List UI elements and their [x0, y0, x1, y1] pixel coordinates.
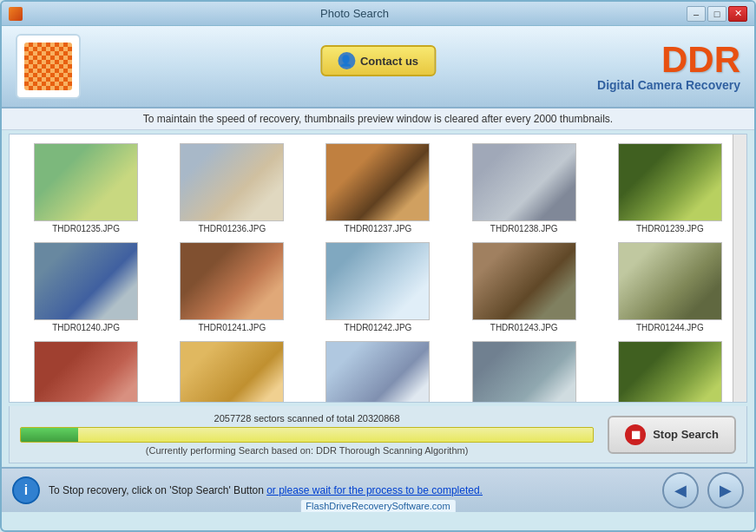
- thumbnail-image: [618, 242, 722, 320]
- svg-rect-7: [326, 242, 429, 320]
- thumbnail-label: THDR01235.JPG: [52, 224, 120, 233]
- svg-rect-1: [181, 143, 283, 221]
- svg-rect-11: [181, 341, 283, 402]
- progress-subtext: (Currently performing Search based on: D…: [20, 445, 594, 456]
- svg-rect-12: [326, 341, 429, 402]
- ddr-branding: DDR Digital Camera Recovery: [597, 42, 740, 92]
- maximize-button[interactable]: □: [707, 6, 726, 22]
- forward-button[interactable]: ▶: [707, 472, 744, 509]
- progress-bar-inner: [21, 428, 78, 442]
- thumbnail-area: THDR01235.JPGTHDR01236.JPGTHDR01237.JPGT…: [9, 134, 747, 403]
- thumbnail-grid: THDR01235.JPGTHDR01236.JPGTHDR01237.JPGT…: [10, 135, 746, 402]
- thumbnail-image: [472, 143, 576, 221]
- thumbnail-label: THDR01238.JPG: [490, 224, 558, 233]
- ddr-title: DDR: [597, 42, 740, 78]
- list-item[interactable]: THDR01238.JPG: [451, 138, 597, 237]
- contact-icon: 👤: [338, 52, 355, 69]
- thumbnail-label: THDR01244.JPG: [636, 323, 704, 332]
- list-item[interactable]: THDR01244.JPG: [597, 237, 743, 336]
- list-item[interactable]: THDR01249.JPG: [597, 336, 743, 402]
- bottom-message-link[interactable]: or please wait for the process to be com…: [266, 484, 483, 496]
- svg-rect-9: [619, 242, 721, 320]
- thumbnail-image: [472, 341, 576, 402]
- bottom-message: To Stop recovery, click on 'Stop Search'…: [49, 484, 654, 496]
- thumbnail-label: THDR01241.JPG: [198, 323, 266, 332]
- list-item[interactable]: THDR01236.JPG: [159, 138, 305, 237]
- thumbnail-label: THDR01242.JPG: [345, 323, 412, 332]
- thumbnail-image: [325, 143, 430, 221]
- contact-button-label: Contact us: [360, 55, 418, 68]
- thumbnail-label: THDR01236.JPG: [198, 224, 266, 233]
- list-item[interactable]: THDR01246.JPG: [159, 336, 305, 402]
- list-item[interactable]: THDR01239.JPG: [597, 138, 743, 237]
- website-label: FlashDriveRecoverySoftware.com: [300, 500, 455, 512]
- thumbnail-image: [618, 341, 722, 402]
- logo-checkerboard: [24, 43, 72, 90]
- thumbnail-image: [325, 242, 430, 320]
- stop-search-label: Stop Search: [653, 428, 719, 441]
- progress-bar-outer: [20, 427, 594, 443]
- thumbnail-label: THDR01243.JPG: [490, 323, 558, 332]
- svg-rect-0: [35, 143, 137, 221]
- thumbnail-image: [34, 242, 138, 320]
- app-logo: [16, 34, 81, 99]
- progress-label: 2057728 sectors scanned of total 2032086…: [20, 413, 594, 424]
- ddr-subtitle: Digital Camera Recovery: [597, 78, 740, 92]
- svg-rect-2: [326, 143, 429, 221]
- thumbnail-label: THDR01239.JPG: [636, 224, 704, 233]
- stop-search-button[interactable]: ⏹ Stop Search: [608, 416, 736, 454]
- info-bar-message: To maintain the speed of recovery, thumb…: [143, 113, 613, 125]
- window-title: Photo Search: [23, 7, 687, 20]
- minimize-button[interactable]: –: [687, 6, 706, 22]
- header: 👤 Contact us DDR Digital Camera Recovery: [2, 26, 754, 108]
- list-item[interactable]: THDR01240.JPG: [13, 237, 159, 336]
- contact-button[interactable]: 👤 Contact us: [320, 45, 436, 76]
- svg-rect-13: [473, 341, 575, 402]
- titlebar: Photo Search – □ ✕: [2, 2, 754, 26]
- list-item[interactable]: THDR01235.JPG: [13, 138, 159, 237]
- app-icon: [9, 7, 23, 21]
- thumbnail-label: THDR01240.JPG: [52, 323, 120, 332]
- svg-rect-10: [35, 341, 137, 402]
- svg-rect-6: [181, 242, 283, 320]
- bottom-message-prefix: To Stop recovery, click on 'Stop Search'…: [49, 484, 266, 496]
- thumbnail-image: [34, 143, 138, 221]
- stop-icon: ⏹: [625, 424, 646, 445]
- back-button[interactable]: ◀: [662, 472, 699, 509]
- svg-rect-4: [619, 143, 721, 221]
- list-item[interactable]: THDR01245.JPG: [13, 336, 159, 402]
- thumbnail-label: THDR01237.JPG: [345, 224, 412, 233]
- list-item[interactable]: THDR01242.JPG: [305, 237, 450, 336]
- thumbnail-image: [472, 242, 576, 320]
- thumbnail-image: [618, 143, 722, 221]
- thumbnail-image: [325, 341, 430, 402]
- scrollbar[interactable]: [733, 135, 746, 402]
- thumbnail-image: [180, 341, 284, 402]
- window-controls: – □ ✕: [687, 6, 747, 22]
- list-item[interactable]: THDR01237.JPG: [305, 138, 450, 237]
- thumbnail-image: [180, 242, 284, 320]
- thumbnail-image: [180, 143, 284, 221]
- info-icon: i: [12, 476, 40, 504]
- list-item[interactable]: THDR01247.JPG: [305, 336, 450, 402]
- info-bar: To maintain the speed of recovery, thumb…: [2, 108, 754, 130]
- close-button[interactable]: ✕: [728, 6, 747, 22]
- svg-rect-5: [35, 242, 137, 320]
- svg-rect-14: [619, 341, 721, 402]
- svg-rect-3: [473, 143, 575, 221]
- progress-info: 2057728 sectors scanned of total 2032086…: [20, 413, 594, 456]
- list-item[interactable]: THDR01248.JPG: [451, 336, 597, 402]
- list-item[interactable]: THDR01243.JPG: [451, 237, 597, 336]
- thumbnail-image: [34, 341, 138, 402]
- progress-area: 2057728 sectors scanned of total 2032086…: [9, 406, 747, 463]
- list-item[interactable]: THDR01241.JPG: [159, 237, 305, 336]
- bottom-bar: i To Stop recovery, click on 'Stop Searc…: [2, 467, 754, 512]
- svg-rect-8: [473, 242, 575, 320]
